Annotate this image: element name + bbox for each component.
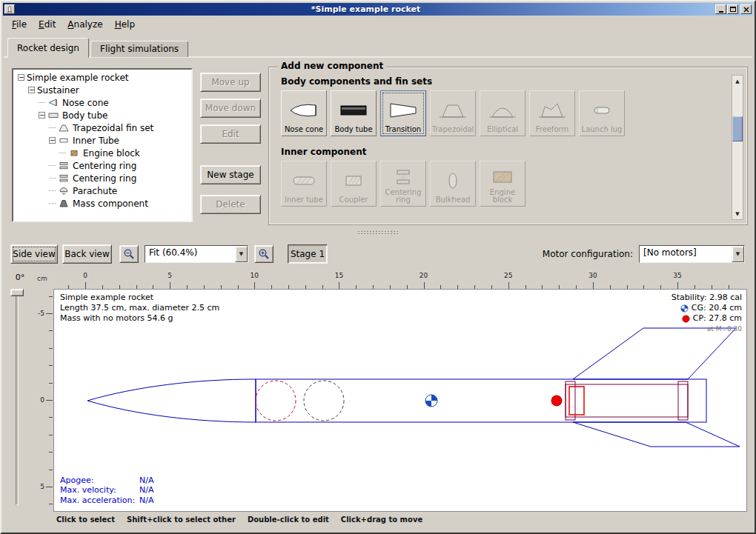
- application-window: *Simple example rocket FileEditAnalyzeHe…: [0, 0, 756, 534]
- component-button-body-tube[interactable]: Body tube: [331, 90, 377, 136]
- centeringring-icon: [388, 164, 418, 189]
- tree-expander-icon[interactable]: −: [18, 74, 24, 81]
- maximize-button[interactable]: [727, 4, 738, 14]
- zoom-in-button[interactable]: [254, 245, 273, 263]
- tree-guide: [39, 102, 45, 103]
- tree-guide: [49, 178, 56, 178]
- zoom-out-button[interactable]: [119, 245, 139, 263]
- splitter-handle[interactable]: [3, 228, 753, 237]
- centering-ring-fore-outline[interactable]: [566, 381, 575, 420]
- tree-item-simple-example-rocket[interactable]: −Simple example rocket: [15, 71, 191, 84]
- tree-item-centering-ring[interactable]: Centering ring: [15, 159, 191, 172]
- tree-item-sustainer[interactable]: −Sustainer: [15, 84, 191, 96]
- h-ruler-tick: [339, 282, 339, 289]
- tree-item-centering-ring[interactable]: Centering ring: [15, 172, 191, 184]
- nose-cone-outline[interactable]: [87, 379, 256, 422]
- component-button-nose-cone[interactable]: Nose cone: [281, 90, 327, 136]
- component-button-label: Nose cone: [285, 126, 323, 133]
- minimize-button[interactable]: [715, 4, 726, 14]
- motor-configuration-label: Motor configuration:: [543, 249, 633, 259]
- motor-dropdown-arrow-icon[interactable]: ▼: [732, 246, 744, 262]
- tree-expander-icon[interactable]: −: [39, 112, 45, 119]
- component-tree: −Simple example rocket−SustainerNose con…: [12, 68, 193, 222]
- component-button-elliptical: Elliptical: [480, 90, 525, 136]
- back-view-button[interactable]: Back view: [62, 244, 112, 264]
- tree-item-inner-tube[interactable]: −Inner Tube: [15, 134, 191, 147]
- scroll-up-button[interactable]: ▲: [732, 76, 743, 87]
- menu-analyze[interactable]: Analyze: [62, 17, 108, 32]
- side-view-button[interactable]: Side view: [10, 244, 58, 264]
- tree-item-body-tube[interactable]: −Body tube: [15, 109, 191, 121]
- mass-component-outline[interactable]: [304, 381, 344, 421]
- app-icon[interactable]: [4, 4, 15, 14]
- scroll-down-button[interactable]: ▼: [732, 208, 743, 219]
- rocket-mass: Mass with no motors 54.6 g: [60, 313, 219, 324]
- launchlug-icon: [587, 94, 617, 126]
- status-hint: Click+drag to move: [341, 515, 422, 524]
- menu-edit[interactable]: Edit: [33, 17, 62, 32]
- component-button-transition[interactable]: Transition: [380, 90, 426, 136]
- component-button-bulkhead: Bulkhead: [430, 161, 476, 207]
- parachute-outline[interactable]: [256, 381, 296, 421]
- fin-bottom-outline[interactable]: [573, 422, 740, 447]
- status-hint: Shift+click to select other: [127, 515, 236, 524]
- v-ruler-tick: [49, 452, 53, 453]
- delete-button: Delete: [200, 195, 261, 214]
- close-button[interactable]: [740, 4, 752, 14]
- rotation-slider-track[interactable]: [16, 290, 19, 505]
- v-ruler-tick: [49, 383, 53, 384]
- component-button-inner-tube: Inner tube: [281, 161, 327, 207]
- component-button-engine-block: Engine block: [480, 161, 525, 207]
- zoom-dropdown-arrow-icon[interactable]: ▼: [235, 246, 248, 262]
- elliptical-icon: [488, 94, 517, 126]
- tree-item-trapezoidal-fin-set[interactable]: Trapezoidal fin set: [15, 121, 191, 134]
- component-scrollbar[interactable]: ▲ ▼: [732, 75, 743, 220]
- body-tube-outline[interactable]: [256, 379, 706, 422]
- max-acceleration-label: Max. acceleration:: [60, 495, 139, 506]
- add-component-panel: Add new component Body components and fi…: [268, 67, 748, 225]
- v-ruler-tick: [46, 487, 53, 487]
- h-ruler-tick: [85, 282, 86, 289]
- component-button-label: Centering ring: [382, 189, 425, 204]
- stage-1-toggle[interactable]: Stage 1: [288, 244, 328, 264]
- status-bar: Click to selectShift+click to select oth…: [56, 515, 422, 524]
- motor-configuration-group: Motor configuration: [No motors] ▼: [543, 245, 745, 263]
- tree-item-engine-block[interactable]: Engine block: [15, 147, 191, 159]
- new-stage-button[interactable]: New stage: [200, 165, 261, 184]
- scrollbar-thumb[interactable]: [732, 116, 743, 141]
- rotation-slider-thumb[interactable]: [10, 289, 24, 296]
- v-ruler-label: 5: [40, 483, 44, 490]
- component-button-label: Launch lug: [582, 126, 623, 133]
- cp-marker[interactable]: [551, 396, 562, 406]
- tree-item-label: Sustainer: [37, 85, 79, 96]
- innertube-icon: [289, 164, 319, 196]
- centering-ring-aft-outline[interactable]: [678, 381, 688, 420]
- cg-marker[interactable]: [425, 395, 437, 407]
- engine-block-outline[interactable]: [569, 387, 584, 415]
- tree-item-parachute[interactable]: Parachute: [15, 184, 191, 197]
- tree-item-nose-cone[interactable]: Nose cone: [15, 96, 191, 109]
- h-ruler-tick: [170, 282, 170, 289]
- tab-flight-simulations[interactable]: Flight simulations: [90, 41, 188, 57]
- menu-help[interactable]: Help: [109, 17, 141, 32]
- tab-rocket-design[interactable]: Rocket design: [7, 38, 89, 58]
- zoom-select[interactable]: Fit (60.4%) ▼: [145, 245, 248, 263]
- rocket-dimensions: Length 37.5 cm, max. diameter 2.5 cm: [60, 303, 219, 313]
- fin-top-outline[interactable]: [573, 328, 736, 379]
- rocket-name: Simple example rocket: [60, 293, 219, 303]
- tree-item-mass-component[interactable]: Mass component: [15, 197, 191, 210]
- component-button-label: Trapezoidal: [432, 126, 474, 133]
- component-button-trapezoidal: Trapezoidal: [430, 90, 476, 136]
- tree-expander-icon[interactable]: −: [49, 137, 56, 144]
- rocket-info: Simple example rocket Length 37.5 cm, ma…: [60, 293, 219, 324]
- component-button-label: Elliptical: [487, 126, 518, 133]
- mach-condition: at M=0.30: [672, 324, 742, 334]
- rocket-canvas[interactable]: Simple example rocket Length 37.5 cm, ma…: [53, 289, 747, 512]
- tree-expander-icon[interactable]: −: [28, 87, 35, 93]
- title-bar[interactable]: *Simple example rocket: [3, 3, 753, 16]
- motor-configuration-select[interactable]: [No motors] ▼: [639, 245, 745, 263]
- tree-item-label: Parachute: [73, 186, 117, 196]
- menu-file[interactable]: File: [6, 17, 33, 32]
- centeringring-icon: [58, 173, 70, 184]
- tree-item-label: Mass component: [73, 198, 148, 209]
